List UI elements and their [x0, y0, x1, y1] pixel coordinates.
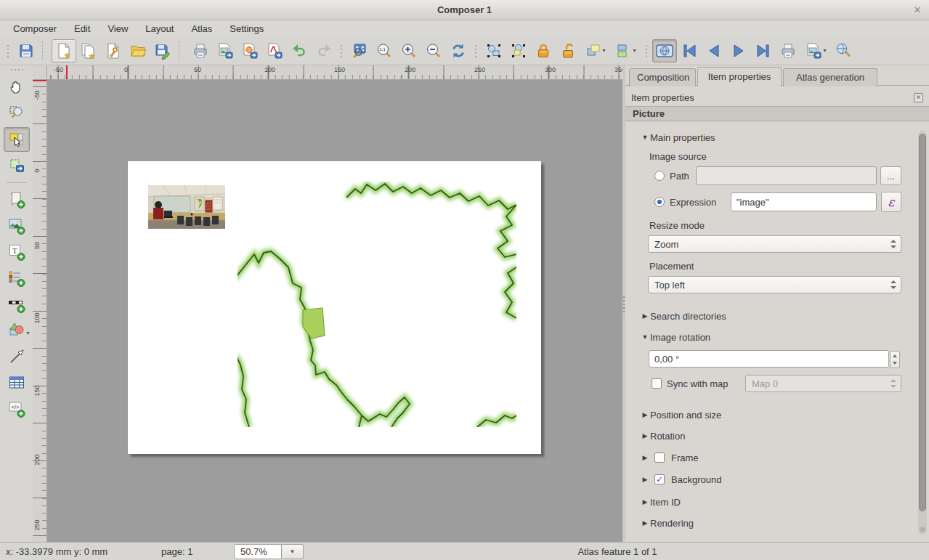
spinner-buttons[interactable] — [890, 351, 900, 368]
composition-viewport[interactable] — [47, 80, 622, 542]
add-arrow-button[interactable] — [4, 344, 30, 369]
scrollbar-arrow[interactable] — [920, 527, 925, 532]
picture-item[interactable] — [148, 185, 225, 229]
menu-item-settings[interactable]: Settings — [221, 22, 272, 36]
atlas-prev-button[interactable] — [702, 39, 726, 62]
save-template-button[interactable] — [150, 39, 175, 62]
pan-tool-button[interactable] — [4, 75, 30, 100]
expression-radio[interactable] — [654, 197, 665, 207]
menu-item-view[interactable]: View — [99, 22, 137, 36]
add-label-button[interactable]: T — [4, 240, 30, 264]
add-scalebar-button[interactable] — [4, 292, 30, 317]
refresh-button[interactable] — [446, 39, 471, 62]
menu-item-edit[interactable]: Edit — [65, 22, 99, 36]
raise-items-button[interactable]: ▾ — [580, 39, 611, 62]
group-background[interactable]: ▶ ✓ Background — [625, 471, 929, 487]
expression-input[interactable]: "image" — [731, 192, 877, 211]
group-image-rotation[interactable]: ▼ Image rotation — [625, 329, 929, 345]
collapsed-arrow-icon: ▶ — [640, 432, 650, 439]
duplicate-composition-button[interactable]: ★ — [76, 39, 101, 62]
toolbar-separator — [7, 182, 27, 183]
add-shape-button[interactable]: ▾ — [4, 318, 30, 343]
select-all-button[interactable] — [482, 39, 506, 62]
export-image-button[interactable] — [213, 39, 238, 62]
atlas-settings-button[interactable] — [831, 39, 856, 62]
align-items-button[interactable]: ▾ — [611, 39, 641, 62]
panel-scrollbar[interactable] — [918, 131, 927, 535]
move-item-content-button[interactable] — [4, 153, 30, 178]
panel-close-icon[interactable]: ✕ — [914, 93, 923, 102]
zoom-dropdown-button[interactable]: ▼ — [282, 544, 304, 559]
lock-items-button[interactable] — [531, 39, 556, 62]
zoom-full-button[interactable] — [347, 39, 372, 62]
atlas-preview-button[interactable] — [652, 39, 677, 62]
add-image-button[interactable] — [4, 214, 30, 238]
dropdown-arrow-icon: ▾ — [633, 47, 636, 54]
print-atlas-button[interactable] — [776, 39, 800, 62]
group-search-directories[interactable]: ▶ Search directories — [625, 308, 929, 324]
zoom-tool-button[interactable] — [4, 101, 30, 126]
atlas-first-button[interactable] — [677, 39, 702, 62]
group-frame[interactable]: ▶ Frame — [625, 450, 929, 466]
main-toolbar: ★ ★ 1:1 ▾ ▾ ▾ — [0, 36, 929, 65]
zoom-in-button[interactable] — [397, 39, 421, 62]
add-new-map-button[interactable] — [4, 187, 30, 212]
new-composition-button[interactable]: ★ — [52, 39, 76, 62]
close-icon[interactable]: ✕ — [912, 4, 923, 16]
browse-button[interactable]: ... — [880, 166, 901, 185]
zoom-out-button[interactable] — [421, 39, 446, 62]
group-position-and-size[interactable]: ▶ Position and size — [625, 407, 929, 423]
resize-mode-combo[interactable]: Zoom — [648, 235, 901, 253]
sync-with-map-label: Sync with map — [667, 378, 729, 389]
placement-combo[interactable]: Top left — [648, 276, 901, 293]
undo-button[interactable] — [287, 39, 312, 62]
save-project-button[interactable] — [14, 39, 38, 62]
menu-item-composer[interactable]: Composer — [4, 22, 65, 36]
spinner-arrows-icon — [891, 240, 897, 248]
group-rotation[interactable]: ▶ Rotation — [625, 428, 929, 444]
dropdown-arrow-icon: ▾ — [602, 47, 605, 54]
menu-item-atlas[interactable]: Atlas — [182, 22, 221, 36]
select-move-item-button[interactable] — [4, 127, 30, 152]
group-item-id[interactable]: ▶ Item ID — [625, 494, 929, 510]
tab-item-properties[interactable]: Item properties — [697, 67, 782, 86]
deselect-all-button[interactable] — [506, 39, 531, 62]
add-html-frame-button[interactable]: </> — [4, 397, 30, 421]
tab-atlas-generation[interactable]: Atlas generation — [783, 68, 877, 86]
image-source-label: Image source — [625, 148, 929, 164]
ruler-vertical: -50050100150200250 — [33, 80, 47, 542]
open-template-button[interactable] — [126, 39, 150, 62]
add-attribute-table-button[interactable] — [4, 370, 30, 395]
export-svg-button[interactable] — [238, 39, 262, 62]
frame-checkbox[interactable] — [654, 453, 665, 463]
scrollbar-thumb[interactable] — [919, 134, 926, 511]
zoom-combo[interactable]: 50.7% ▼ — [234, 544, 304, 559]
composition-manager-button[interactable] — [101, 39, 126, 62]
svg-text:★: ★ — [89, 52, 95, 60]
export-pdf-button[interactable] — [262, 39, 287, 62]
composer-canvas-region: -50050100150200250300350 -50050100150200… — [33, 65, 622, 542]
resize-mode-label: Resize mode — [625, 217, 929, 233]
print-button[interactable] — [188, 39, 213, 62]
tab-composition[interactable]: Composition — [629, 68, 696, 86]
add-legend-button[interactable] — [4, 266, 30, 291]
menu-item-layout[interactable]: Layout — [137, 22, 182, 36]
background-checkbox[interactable]: ✓ — [654, 474, 665, 484]
group-rendering[interactable]: ▶ Rendering — [625, 515, 929, 531]
zoom-actual-button[interactable]: 1:1 — [372, 39, 397, 62]
rotation-spinbox[interactable]: 0,00 ° — [649, 350, 889, 368]
zoom-value-field[interactable]: 50.7% — [234, 544, 282, 559]
map-item[interactable] — [238, 182, 516, 427]
composition-page[interactable] — [128, 161, 541, 454]
sync-with-map-checkbox[interactable] — [652, 378, 662, 389]
unlock-items-button[interactable] — [556, 39, 580, 62]
item-type-header: Picture — [625, 106, 929, 121]
export-atlas-button[interactable]: ▾ — [800, 39, 831, 62]
path-radio[interactable] — [654, 171, 665, 181]
atlas-last-button[interactable] — [751, 39, 776, 62]
path-input[interactable] — [696, 166, 877, 185]
atlas-next-button[interactable] — [726, 39, 751, 62]
expression-builder-button[interactable]: ε — [881, 192, 901, 212]
path-row: Path ... — [625, 166, 929, 186]
group-main-properties[interactable]: ▼ Main properties — [625, 129, 929, 145]
